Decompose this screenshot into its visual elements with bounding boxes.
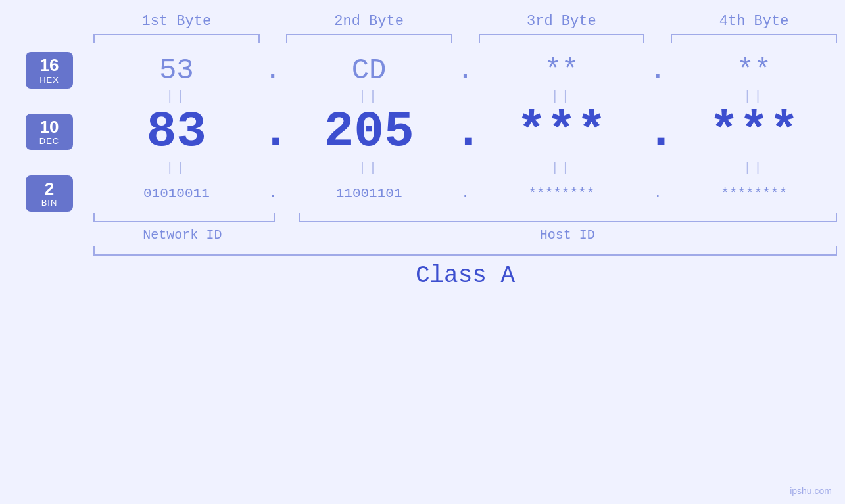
- sep-spacer-2: [454, 13, 477, 30]
- bracket-top-2: [286, 34, 452, 43]
- bracket-top-3: [479, 34, 645, 43]
- hex-badge-cell: 16 HEX: [7, 52, 92, 89]
- eq-left-1: [7, 89, 92, 104]
- byte4-header: 4th Byte: [669, 13, 838, 30]
- dec-sep-2: .: [454, 104, 477, 160]
- bin-b2: 11001101: [285, 186, 454, 201]
- bracket-sep-3: [646, 34, 669, 47]
- byte1-header: 1st Byte: [92, 13, 261, 30]
- eq-cell-8: ||: [669, 160, 838, 175]
- hex-badge-number: 16: [28, 56, 70, 75]
- hex-row-data: 53 . CD . ** . **: [92, 54, 838, 87]
- bracket-sep-1: [261, 34, 285, 47]
- eq-cell-6: ||: [285, 160, 454, 175]
- hex-b2: CD: [285, 54, 454, 87]
- eq-sep-s1: [261, 89, 285, 104]
- label-sep: [273, 227, 297, 242]
- bin-row-data: 01010011 . 11001101 . ******** . *******…: [92, 186, 838, 201]
- hex-badge: 16 HEX: [26, 52, 73, 89]
- network-id-label: Network ID: [92, 227, 273, 242]
- eq-right-2: || || || ||: [92, 160, 838, 175]
- bin-b1: 01010011: [92, 186, 261, 201]
- id-labels-row: Network ID Host ID: [92, 227, 838, 242]
- bs-right-col: Network ID Host ID Class A: [92, 213, 838, 289]
- byte2-header: 2nd Byte: [285, 13, 454, 30]
- eq-right-1: || || || ||: [92, 89, 838, 104]
- bin-sep-1: .: [261, 186, 285, 201]
- bs-left-spacer: [7, 213, 92, 289]
- eq-sep-s2: [454, 89, 477, 104]
- watermark: ipshu.com: [790, 486, 832, 496]
- eq-cell-5: ||: [92, 160, 261, 175]
- bracket-sep-2: [454, 34, 477, 47]
- bin-badge-label: BIN: [28, 198, 70, 208]
- sep-spacer-3: [646, 13, 669, 30]
- main-layout: 1st Byte 2nd Byte 3rd Byte 4th Byte: [0, 0, 845, 504]
- bracket-network: [93, 213, 275, 222]
- dec-row-data: 83 . 205 . *** . ***: [92, 104, 838, 160]
- eq-sep-s4: [261, 160, 285, 175]
- byte3-header: 3rd Byte: [477, 13, 646, 30]
- hex-badge-label: HEX: [28, 75, 70, 85]
- eq-left-2: [7, 160, 92, 175]
- dec-sep-3: .: [646, 104, 669, 160]
- bracket-top-4: [671, 34, 837, 43]
- hex-b3: **: [477, 54, 646, 87]
- sep-spacer-1: [261, 13, 285, 30]
- hex-b4: **: [669, 54, 838, 87]
- bracket-host: [299, 213, 837, 222]
- all-rows: 16 HEX 53 . CD . ** . ** || || |: [7, 52, 838, 212]
- hex-b1: 53: [92, 54, 261, 87]
- hex-sep-1: .: [261, 54, 285, 87]
- eq-cell-7: ||: [477, 160, 646, 175]
- bracket-sep-bot: [275, 213, 299, 225]
- dec-row-group: 10 DEC 83 . 205 . *** . ***: [7, 104, 838, 160]
- eq-cell-1: ||: [92, 89, 261, 104]
- eq-sep-s6: [646, 160, 669, 175]
- eq-sep-s3: [646, 89, 669, 104]
- top-bracket-row: [92, 34, 838, 47]
- hex-sep-2: .: [454, 54, 477, 87]
- dec-badge: 10 DEC: [26, 114, 73, 150]
- bin-sep-2: .: [454, 186, 477, 201]
- eq-cell-4: ||: [669, 89, 838, 104]
- eq-sep-s5: [454, 160, 477, 175]
- byte-header-row: 1st Byte 2nd Byte 3rd Byte 4th Byte: [92, 13, 838, 30]
- bin-badge-number: 2: [28, 179, 70, 198]
- class-a-label: Class A: [92, 262, 838, 289]
- hex-row-group: 16 HEX 53 . CD . ** . **: [7, 52, 838, 89]
- badge-spacer: [7, 13, 92, 52]
- eq-cell-2: ||: [285, 89, 454, 104]
- top-section: 1st Byte 2nd Byte 3rd Byte 4th Byte: [7, 13, 838, 52]
- bracket-top-1: [93, 34, 260, 43]
- eq-cell-3: ||: [477, 89, 646, 104]
- dec-badge-number: 10: [28, 118, 70, 137]
- bottom-bracket-row: [92, 213, 838, 225]
- dec-b4: ***: [669, 104, 838, 160]
- bin-badge-cell: 2 BIN: [7, 175, 92, 212]
- hex-sep-3: .: [646, 54, 669, 87]
- bin-badge: 2 BIN: [26, 175, 73, 212]
- dec-sep-1: .: [261, 104, 285, 160]
- eq-row-1: || || || ||: [7, 89, 838, 104]
- bin-row-group: 2 BIN 01010011 . 11001101 . ******** . *…: [7, 175, 838, 212]
- eq-row-2: || || || ||: [7, 160, 838, 175]
- bottom-section: Network ID Host ID Class A: [7, 213, 838, 289]
- bin-sep-3: .: [646, 186, 669, 201]
- right-column: 1st Byte 2nd Byte 3rd Byte 4th Byte: [92, 13, 838, 52]
- big-bracket-row: [92, 246, 838, 258]
- dec-b1: 83: [92, 104, 261, 160]
- bin-b4: ********: [669, 186, 838, 201]
- bin-b3: ********: [477, 186, 646, 201]
- dec-b2: 205: [285, 104, 454, 160]
- host-id-label: Host ID: [297, 227, 838, 242]
- dec-badge-cell: 10 DEC: [7, 114, 92, 150]
- big-bracket: [93, 246, 837, 256]
- dec-badge-label: DEC: [28, 136, 70, 146]
- dec-b3: ***: [477, 104, 646, 160]
